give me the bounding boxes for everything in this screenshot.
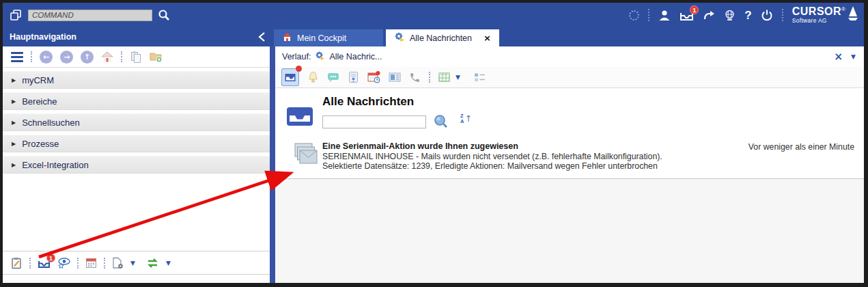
table-view-icon[interactable] bbox=[438, 72, 450, 83]
sidebar-item-bereiche[interactable]: ▶ Bereiche bbox=[3, 92, 270, 110]
history-label: Verlauf: bbox=[282, 52, 311, 62]
forward-button[interactable]: → bbox=[60, 51, 73, 64]
message-search-input[interactable] bbox=[322, 115, 426, 128]
tab-label: Alle Nachrichten bbox=[410, 33, 472, 43]
close-icon[interactable]: × bbox=[835, 52, 843, 62]
inbox-icon[interactable]: 1 bbox=[38, 258, 51, 269]
history-row: Verlauf: Alle Nachric... × ▼ bbox=[275, 46, 864, 67]
collapse-sidebar-icon[interactable] bbox=[258, 31, 266, 42]
expand-icon: ▶ bbox=[12, 98, 16, 105]
menu-icon[interactable] bbox=[11, 52, 23, 62]
topbar: 1 ? CURSOR® Software AG bbox=[3, 3, 864, 27]
divider bbox=[77, 258, 79, 269]
menu-label: myCRM bbox=[22, 75, 54, 85]
calendar-icon[interactable] bbox=[85, 257, 97, 269]
redo-icon[interactable] bbox=[703, 10, 715, 20]
help-icon[interactable]: ? bbox=[744, 10, 751, 21]
expand-icon: ▶ bbox=[12, 162, 16, 168]
sidebar-item-mycrm[interactable]: ▶ myCRM bbox=[3, 71, 270, 89]
app-surface: 1 ? CURSOR® Software AG bbox=[3, 3, 864, 283]
user-icon[interactable] bbox=[658, 10, 671, 21]
sidebar-title: Hauptnavigation bbox=[10, 32, 76, 42]
sort-direction-arrow: ↑ bbox=[464, 114, 472, 123]
up-button[interactable]: ↑ bbox=[81, 51, 94, 64]
layout-list-icon[interactable] bbox=[474, 72, 486, 83]
calendar-reminder-icon[interactable] bbox=[367, 71, 380, 83]
menu-label: Schnellsuchen bbox=[22, 118, 80, 128]
sort-a: A bbox=[460, 119, 464, 124]
expand-icon: ▶ bbox=[12, 141, 16, 147]
unread-dot bbox=[296, 66, 302, 72]
sidebar-toolbar: ← → ↑ bbox=[3, 46, 270, 68]
main-navigation-menu: ▶ myCRM ▶ Bereiche ▶ Schnellsuchen ▶ Pro… bbox=[3, 71, 270, 174]
inbox-icon[interactable]: 1 bbox=[680, 10, 694, 21]
chevron-down-icon[interactable]: ▼ bbox=[166, 260, 171, 266]
back-button[interactable]: ← bbox=[40, 51, 53, 64]
sidebar-item-excel-integration[interactable]: ▶ Excel-Integration bbox=[3, 156, 270, 174]
power-icon[interactable] bbox=[761, 9, 773, 21]
doc-gear-icon[interactable] bbox=[112, 257, 124, 269]
divider bbox=[648, 9, 649, 21]
chevron-down-icon[interactable]: ▼ bbox=[130, 260, 135, 266]
folder-add-icon[interactable] bbox=[150, 51, 163, 63]
chat-icon[interactable] bbox=[327, 72, 339, 83]
chevron-down-icon[interactable]: ▼ bbox=[456, 74, 460, 81]
contact-report-icon[interactable] bbox=[348, 71, 359, 83]
search-icon[interactable] bbox=[433, 114, 448, 128]
brand-subtitle: Software AG bbox=[792, 18, 845, 24]
globe-icon[interactable] bbox=[724, 10, 736, 21]
command-input[interactable] bbox=[28, 10, 152, 21]
brand-name: CURSOR bbox=[792, 5, 841, 17]
sidebar-bottom-toolbar: 1 ▼ ▼ bbox=[3, 251, 270, 275]
home-icon[interactable] bbox=[101, 51, 113, 62]
tab-mein-cockpit[interactable]: Mein Cockpit bbox=[274, 29, 383, 46]
divider bbox=[782, 9, 783, 21]
divider bbox=[31, 51, 32, 62]
menu-label: Prozesse bbox=[22, 139, 59, 149]
bell-icon[interactable] bbox=[307, 71, 319, 83]
paste-icon[interactable] bbox=[130, 51, 142, 63]
sailboat-icon bbox=[848, 5, 858, 25]
content-toolbar: ▼ bbox=[275, 67, 864, 88]
tab-alle-nachrichten[interactable]: Alle Nachrichten × bbox=[386, 29, 499, 46]
app-window: 1 ? CURSOR® Software AG bbox=[0, 0, 868, 287]
expand-icon: ▶ bbox=[12, 77, 16, 83]
brand-logo: CURSOR® Software AG bbox=[792, 5, 858, 25]
windows-icon[interactable] bbox=[10, 9, 23, 21]
gear-arrow-icon bbox=[394, 31, 405, 44]
message-body-line2: Selektierte Datensätze: 1239, Erledigte … bbox=[322, 161, 658, 171]
inbox-badge: 1 bbox=[690, 5, 699, 14]
sidebar-item-prozesse[interactable]: ▶ Prozesse bbox=[3, 135, 270, 152]
panel-divider[interactable] bbox=[270, 46, 275, 283]
messages-main-area: Alle Nachrichten Z A ↑ bbox=[275, 88, 864, 283]
news-icon[interactable] bbox=[389, 72, 401, 83]
nav-header-row: Hauptnavigation Mein Cockpit Alle Nachri… bbox=[3, 27, 864, 46]
body: ← → ↑ ▶ my bbox=[3, 46, 864, 283]
chevron-down-icon[interactable]: ▼ bbox=[851, 53, 856, 60]
history-current-item[interactable]: Alle Nachric... bbox=[329, 52, 382, 62]
sidebar-item-schnellsuchen[interactable]: ▶ Schnellsuchen bbox=[3, 113, 270, 131]
sort-icon[interactable]: Z A ↑ bbox=[460, 113, 472, 124]
page-title: Alle Nachrichten bbox=[322, 95, 414, 109]
tab-close-icon[interactable]: × bbox=[484, 33, 491, 42]
message-timestamp: Vor weniger als einer Minute bbox=[748, 142, 854, 152]
tab-bar: Mein Cockpit Alle Nachrichten × bbox=[274, 29, 499, 46]
note-edit-icon[interactable] bbox=[11, 257, 23, 269]
empty-list-area bbox=[275, 179, 864, 283]
message-body-line1: SERIENMAIL INHOUSE - Mails wurden nicht … bbox=[322, 152, 662, 161]
gear-arrow-icon bbox=[315, 51, 325, 64]
spinner-icon bbox=[629, 10, 639, 20]
sidebar: ← → ↑ ▶ my bbox=[3, 46, 270, 283]
message-title: Eine Serienmail-Aktion wurde Ihnen zugew… bbox=[322, 141, 518, 151]
tab-label: Mein Cockpit bbox=[297, 33, 346, 43]
menu-label: Bereiche bbox=[22, 96, 57, 107]
phone-icon[interactable] bbox=[409, 72, 421, 83]
envelope-stack-icon bbox=[293, 142, 319, 172]
search-icon[interactable] bbox=[158, 9, 170, 21]
inbox-filter-button-selected[interactable] bbox=[281, 68, 299, 86]
sync-icon[interactable] bbox=[146, 258, 159, 269]
eye-star-icon[interactable] bbox=[57, 257, 70, 269]
expand-icon: ▶ bbox=[12, 120, 16, 126]
message-list-item[interactable]: Eine Serienmail-Aktion wurde Ihnen zugew… bbox=[275, 138, 864, 179]
home-icon bbox=[282, 32, 292, 44]
